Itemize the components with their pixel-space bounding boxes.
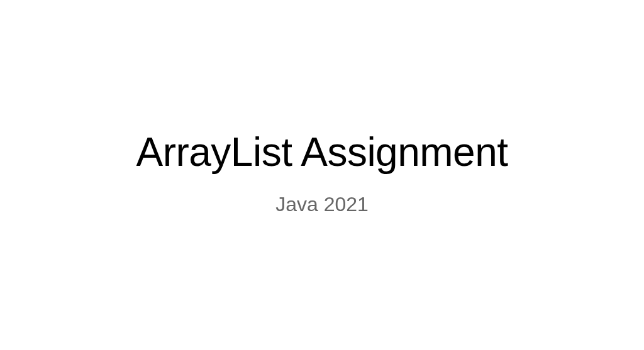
- slide-title: ArrayList Assignment: [136, 129, 508, 175]
- slide-content: ArrayList Assignment Java 2021: [136, 129, 508, 216]
- slide-subtitle: Java 2021: [275, 193, 369, 216]
